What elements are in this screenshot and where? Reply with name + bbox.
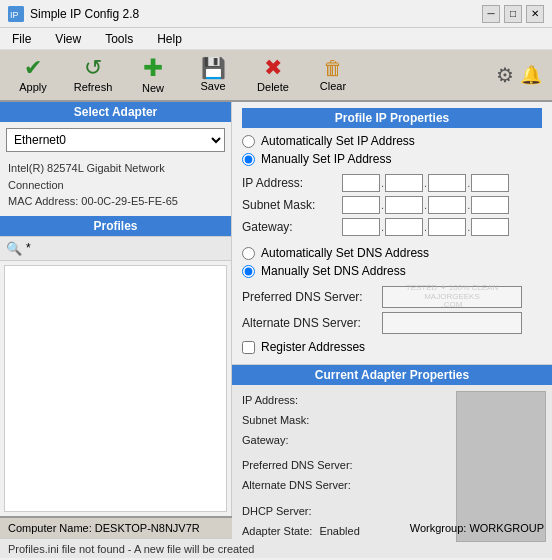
register-row: Register Addresses (242, 340, 542, 354)
manual-ip-radio-row[interactable]: Manually Set IP Address (242, 152, 542, 166)
current-gateway-row: Gateway: (242, 431, 448, 451)
manual-dns-label: Manually Set DNS Address (261, 264, 406, 278)
adapter-dropdown[interactable]: Ethernet0 (6, 128, 225, 152)
title-bar-controls: ─ □ ✕ (482, 5, 544, 23)
search-icon: 🔍 (6, 241, 22, 256)
ip-address-input-group: . . . (342, 174, 509, 192)
delete-button[interactable]: ✖ Delete (244, 53, 302, 97)
gateway-octet3[interactable] (428, 218, 466, 236)
preferred-dns-input[interactable] (382, 286, 522, 308)
main-content: Select Adapter Ethernet0 Intel(R) 82574L… (0, 102, 552, 516)
clear-icon: 🗑 (323, 58, 343, 78)
delete-icon: ✖ (264, 57, 282, 79)
ip-octet3[interactable] (428, 174, 466, 192)
settings-icon[interactable]: ⚙ (496, 63, 514, 87)
preferred-dns-label: Preferred DNS Server: (242, 290, 382, 304)
adapter-info: Intel(R) 82574L Gigabit Network Connecti… (0, 158, 231, 216)
ip-octet4[interactable] (471, 174, 509, 192)
gateway-octet2[interactable] (385, 218, 423, 236)
new-label: New (142, 82, 164, 94)
menu-help[interactable]: Help (149, 30, 190, 48)
search-bar: 🔍 (0, 236, 231, 261)
dns-section: Automatically Set DNS Address Manually S… (242, 246, 542, 354)
subnet-octet1[interactable] (342, 196, 380, 214)
clear-button[interactable]: 🗑 Clear (304, 53, 362, 97)
manual-dns-radio[interactable] (242, 265, 255, 278)
menu-tools[interactable]: Tools (97, 30, 141, 48)
info-icon[interactable]: 🔔 (520, 64, 542, 86)
manual-ip-radio[interactable] (242, 153, 255, 166)
apply-button[interactable]: ✔ Apply (4, 53, 62, 97)
gateway-row: Gateway: . . . (242, 218, 542, 236)
search-input[interactable] (26, 241, 225, 255)
current-dhcp-row: DHCP Server: (242, 502, 448, 522)
new-icon: ✚ (143, 56, 163, 80)
profiles-list[interactable] (4, 265, 227, 513)
close-button[interactable]: ✕ (526, 5, 544, 23)
menu-file[interactable]: File (4, 30, 39, 48)
save-label: Save (200, 80, 225, 92)
dns-radio-group: Automatically Set DNS Address Manually S… (242, 246, 542, 278)
refresh-icon: ↺ (84, 57, 102, 79)
manual-dns-radio-row[interactable]: Manually Set DNS Address (242, 264, 542, 278)
app-title: Simple IP Config 2.8 (30, 7, 139, 21)
alternate-dns-input[interactable] (382, 312, 522, 334)
alternate-dns-row: Alternate DNS Server: (242, 312, 542, 334)
current-props-section: Current Adapter Properties IP Address: S… (232, 364, 552, 548)
current-props-right-placeholder (456, 391, 546, 542)
auto-dns-radio-row[interactable]: Automatically Set DNS Address (242, 246, 542, 260)
toolbar: ✔ Apply ↺ Refresh ✚ New 💾 Save ✖ Delete … (0, 50, 552, 102)
auto-ip-radio[interactable] (242, 135, 255, 148)
gateway-input-group: . . . (342, 218, 509, 236)
title-bar-left: IP Simple IP Config 2.8 (8, 6, 139, 22)
clear-label: Clear (320, 80, 346, 92)
ip-fields: IP Address: . . . Subnet Mask: (242, 174, 542, 236)
current-ip-row: IP Address: (242, 391, 448, 411)
adapter-info-line2: MAC Address: 00-0C-29-E5-FE-65 (8, 193, 223, 210)
menu-bar: File View Tools Help (0, 28, 552, 50)
manual-ip-label: Manually Set IP Address (261, 152, 392, 166)
auto-dns-radio[interactable] (242, 247, 255, 260)
ip-radio-group: Automatically Set IP Address Manually Se… (242, 134, 542, 166)
gateway-octet1[interactable] (342, 218, 380, 236)
apply-icon: ✔ (24, 57, 42, 79)
subnet-octet3[interactable] (428, 196, 466, 214)
delete-label: Delete (257, 81, 289, 93)
workgroup-status: Workgroup: WORKGROUP (410, 522, 544, 534)
menu-view[interactable]: View (47, 30, 89, 48)
profiles-header: Profiles (0, 216, 231, 236)
maximize-button[interactable]: □ (504, 5, 522, 23)
gateway-octet4[interactable] (471, 218, 509, 236)
alternate-dns-wrapper (382, 312, 522, 334)
ip-address-label: IP Address: (242, 176, 342, 190)
svg-text:IP: IP (10, 10, 19, 20)
new-button[interactable]: ✚ New (124, 53, 182, 97)
subnet-octet4[interactable] (471, 196, 509, 214)
auto-ip-radio-row[interactable]: Automatically Set IP Address (242, 134, 542, 148)
computer-name-status: Computer Name: DESKTOP-N8NJV7R (8, 522, 200, 534)
subnet-mask-row: Subnet Mask: . . . (242, 196, 542, 214)
refresh-button[interactable]: ↺ Refresh (64, 53, 122, 97)
register-addresses-label: Register Addresses (261, 340, 365, 354)
app-icon: IP (8, 6, 24, 22)
alternate-dns-label: Alternate DNS Server: (242, 316, 382, 330)
select-adapter-header: Select Adapter (0, 102, 231, 122)
current-subnet-row: Subnet Mask: (242, 411, 448, 431)
adapter-select-wrapper: Ethernet0 (6, 128, 225, 152)
adapter-state-label: Adapter State: (242, 525, 312, 537)
profile-ip-header: Profile IP Properties (242, 108, 542, 128)
profiles-section: Profiles 🔍 (0, 216, 231, 517)
ip-octet1[interactable] (342, 174, 380, 192)
preferred-dns-wrapper: TESTED ✦ 100% CLEANMAJORGEEKS.COM (382, 286, 522, 308)
current-preferred-dns-row: Preferred DNS Server: (242, 456, 448, 476)
ip-octet2[interactable] (385, 174, 423, 192)
minimize-button[interactable]: ─ (482, 5, 500, 23)
profile-ip-section: Profile IP Properties Automatically Set … (232, 102, 552, 364)
preferred-dns-row: Preferred DNS Server: TESTED ✦ 100% CLEA… (242, 286, 542, 308)
refresh-label: Refresh (74, 81, 113, 93)
ip-address-row: IP Address: . . . (242, 174, 542, 192)
register-addresses-checkbox[interactable] (242, 341, 255, 354)
subnet-octet2[interactable] (385, 196, 423, 214)
save-button[interactable]: 💾 Save (184, 53, 242, 97)
save-icon: 💾 (201, 58, 226, 78)
